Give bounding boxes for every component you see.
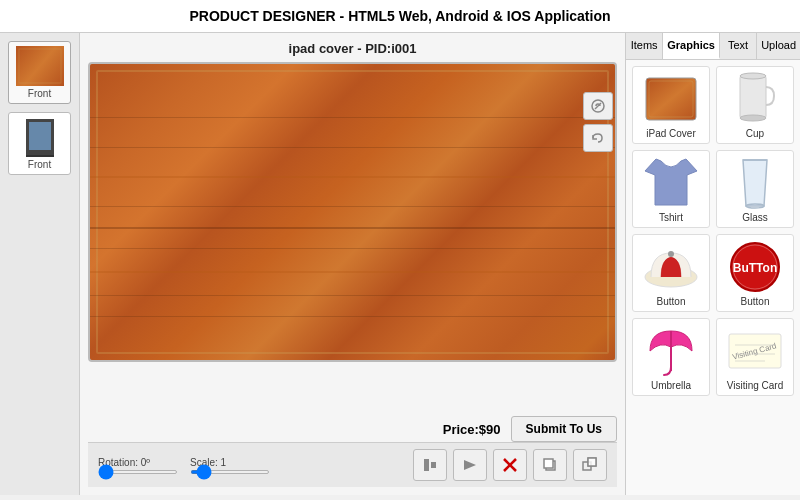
item-label-cup: Cup (721, 128, 789, 139)
panel-tabs: Items Graphics Text Upload (626, 33, 800, 60)
align-button[interactable] (413, 449, 447, 481)
thumbnail-item-2[interactable]: Front (8, 112, 71, 175)
rotation-slider[interactable] (98, 470, 178, 474)
item-label-visiting-card: Visiting Card (721, 380, 789, 391)
right-panel: Items Graphics Text Upload (625, 33, 800, 495)
thumbnail-item-1[interactable]: Front (8, 41, 71, 104)
flip-icon (462, 457, 478, 473)
price-label: Price:$90 (443, 422, 501, 437)
delete-icon (502, 457, 518, 473)
tshirt-icon (641, 155, 701, 210)
scale-control: Scale: 1 (190, 457, 270, 474)
svg-text:BuTTon: BuTTon (733, 261, 777, 275)
item-label-umbrella: Umbrella (637, 380, 705, 391)
copy-button[interactable] (533, 449, 567, 481)
toolbar-buttons (413, 449, 607, 481)
svg-rect-14 (740, 76, 766, 118)
item-ipad-cover[interactable]: iPad Cover (632, 66, 710, 144)
canvas-area: ipad cover - PID:i001 (80, 33, 625, 495)
svg-rect-2 (424, 459, 429, 471)
item-tshirt[interactable]: Tshirt (632, 150, 710, 228)
svg-marker-4 (464, 460, 476, 470)
item-umbrella[interactable]: Umbrella (632, 318, 710, 396)
svg-point-16 (740, 115, 766, 121)
flip-button[interactable] (453, 449, 487, 481)
svg-rect-8 (544, 459, 553, 468)
panel-content: iPad Cover Cup (626, 60, 800, 495)
tab-upload[interactable]: Upload (757, 33, 800, 59)
item-label-glass: Glass (721, 212, 789, 223)
thumbnail-label-1: Front (13, 88, 66, 99)
app-title: PRODUCT DESIGNER - HTML5 Web, Android & … (189, 8, 610, 24)
items-grid: iPad Cover Cup (632, 66, 794, 396)
product-canvas[interactable] (88, 62, 617, 362)
item-label-cap: Button (637, 296, 705, 307)
tab-text[interactable]: Text (720, 33, 757, 59)
item-visiting-card[interactable]: Visiting Card Visiting Card (716, 318, 794, 396)
link-icon (590, 98, 606, 114)
svg-rect-3 (431, 462, 436, 468)
undo-icon (590, 130, 606, 146)
grain-lines (90, 64, 615, 360)
visiting-card-icon: Visiting Card (725, 323, 785, 378)
undo-button[interactable] (583, 124, 613, 152)
item-label-tshirt: Tshirt (637, 212, 705, 223)
svg-rect-12 (646, 78, 696, 120)
cap-icon (641, 239, 701, 294)
item-button[interactable]: BuTTon Button (716, 234, 794, 312)
svg-point-20 (668, 251, 674, 257)
link-button[interactable] (583, 92, 613, 120)
item-glass[interactable]: Glass (716, 150, 794, 228)
delete-button[interactable] (493, 449, 527, 481)
ipad-cover-icon (641, 71, 701, 126)
align-icon (422, 457, 438, 473)
svg-rect-11 (588, 458, 596, 466)
front-button[interactable] (573, 449, 607, 481)
app-header: PRODUCT DESIGNER - HTML5 Web, Android & … (0, 0, 800, 33)
canvas-tools (583, 92, 613, 152)
button-badge-icon: BuTTon (725, 239, 785, 294)
umbrella-icon (641, 323, 701, 378)
scale-slider[interactable] (190, 470, 270, 474)
controls-bar: Rotation: 0º Scale: 1 (88, 442, 617, 487)
canvas-wrapper (88, 62, 617, 410)
copy-icon (542, 457, 558, 473)
glass-icon (725, 155, 785, 210)
front-icon (582, 457, 598, 473)
price-row: Price:$90 Submit To Us (88, 416, 617, 442)
submit-button[interactable]: Submit To Us (511, 416, 617, 442)
item-label-ipad-cover: iPad Cover (637, 128, 705, 139)
item-cup[interactable]: Cup (716, 66, 794, 144)
svg-point-15 (740, 73, 766, 79)
thumbnail-panel: Front Front (0, 33, 80, 495)
product-title: ipad cover - PID:i001 (88, 41, 617, 56)
ipad-cover-visual (90, 64, 615, 360)
item-cap[interactable]: Button (632, 234, 710, 312)
thumbnail-label-2: Front (13, 159, 66, 170)
tab-items[interactable]: Items (626, 33, 663, 59)
item-label-button: Button (721, 296, 789, 307)
tab-graphics[interactable]: Graphics (663, 33, 720, 59)
cup-icon (725, 71, 785, 126)
rotation-control: Rotation: 0º (98, 457, 178, 474)
